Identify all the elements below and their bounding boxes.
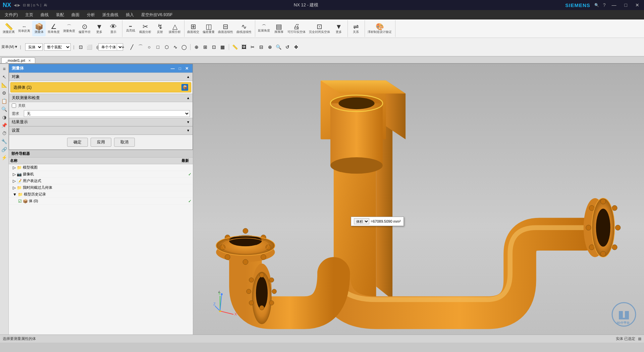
closed-body-btn[interactable]: ⊡ 完全封闭实空体 [308,21,331,36]
sidebar-icon-display[interactable]: ◑ [1,114,8,121]
sidebar-icon-settings[interactable]: ⚙ [1,89,8,97]
model-tab[interactable]: _model1.prt ✕ [1,57,35,63]
nav-item-4[interactable]: ▼ 📁 模型历史记录 [9,191,193,198]
measure-body-btn[interactable]: 📦 测量体 [32,21,46,36]
object-section-toggle[interactable]: ▲ [186,75,190,79]
offset-radius-btn[interactable]: ⊙ 偏置半径 [77,21,92,36]
face-compare-btn[interactable]: ⊞ 曲面相交 [186,21,201,36]
reflect-btn[interactable]: ↯ 反射 [153,21,167,36]
rect-btn[interactable]: □ [154,43,162,51]
search-icon[interactable]: 🔍 [594,3,599,7]
pan-btn[interactable]: ✥ [292,43,300,51]
dialog-close-btn[interactable]: ✕ [184,66,190,71]
view-icon-1[interactable]: ⊡ [77,43,85,51]
constraint-btn[interactable]: ⊡ [210,43,218,51]
sidebar-icon-bolt[interactable]: ⚡ [1,154,8,161]
sidebar-icon-pin[interactable]: 📌 [1,122,8,129]
dialog-minimize-btn[interactable]: — [169,66,176,71]
menu-file[interactable]: 文件(F) [1,11,21,19]
results-section-header[interactable]: 结果显示 ▼ [9,118,193,126]
simple-angle-btn[interactable]: ∠ 简单角度 [46,21,61,36]
snap-btn[interactable]: ⊕ [193,43,200,51]
material-btn[interactable]: 🎨 澤材制造设计验证 [366,21,393,36]
viewport[interactable]: X Y Z Z 体积 面积 质量 =67089.5090 [193,64,644,335]
face-continuity-btn[interactable]: ⊟ 曲面连续性 [217,21,234,36]
print-solid-btn[interactable]: 🖨 可打印实空体 [286,21,307,36]
results-section-toggle[interactable]: ▼ [186,120,190,124]
sidebar-icon-tool[interactable]: 🔧 [1,138,8,145]
simple-distance-btn[interactable]: ↔ 简单距离 [17,21,32,36]
render-btn[interactable]: 🖼 [240,43,248,51]
section-analysis-btn[interactable]: ✂ 截面分析 [138,21,153,36]
minimize-button[interactable]: — [610,2,619,8]
more-mfg-btn[interactable]: ▼ 更多 [332,21,345,36]
thickness-btn[interactable]: ▤ 厚厚厚 [272,21,285,36]
arc-btn[interactable]: ⌒ [137,43,144,51]
window-help[interactable]: ? [603,2,606,8]
nav-item-5[interactable]: ☑ 📦 体 (0) ✓ [9,198,193,205]
menu-assembly[interactable]: 装配 [53,11,67,19]
model-type-select[interactable]: 实体 曲面 [25,43,43,51]
spline-btn[interactable]: ∿ [172,43,179,51]
nav-item-3[interactable]: ▷ 📁 我时间截过几何体 [9,184,193,191]
section-btn[interactable]: ⊟ [258,43,265,51]
sidebar-icon-menu[interactable]: ≡ [1,65,8,73]
menu-derived-curve[interactable]: 派生曲线 [99,11,122,19]
measure-angle-btn[interactable]: ⌒ 测量角度 [62,21,76,36]
relation-btn[interactable]: ⇌ 关系 [349,21,363,36]
object-section-header[interactable]: 对象 ▲ [9,73,193,81]
settings-section-toggle[interactable]: ▼ [186,129,190,132]
require-select[interactable]: 无 无 [24,110,190,117]
poly-btn[interactable]: ⬡ [163,43,170,51]
ellipse-btn[interactable]: ◯ [180,43,188,51]
object-selector-row[interactable]: 选择体 (1) 📦 [10,82,191,92]
volume-type-select[interactable]: 体积 面积 质量 [354,218,369,224]
maximize-button[interactable]: □ [623,2,629,8]
measure-dialog-title-bar[interactable]: 测量体 — □ ✕ [9,64,193,73]
measure-distance-btn[interactable]: 📏 测量距离 [1,21,16,36]
highlight-line-btn[interactable]: ━ 高亮线 [124,21,137,36]
sidebar-icon-link[interactable]: 🔗 [1,146,8,153]
dialog-expand-btn[interactable]: □ [177,66,182,71]
menu-analysis[interactable]: 分析 [84,11,98,19]
draft-analysis-btn[interactable]: △ 拔模分析 [167,21,182,36]
deviation-btn[interactable]: ◫ 偏差量量 [201,21,216,36]
menu-insert[interactable]: 插入 [122,11,137,19]
settings-section-header[interactable]: 设置 ▼ [9,126,193,135]
menu-surface[interactable]: 曲面 [68,11,83,19]
tab-close-btn[interactable]: ✕ [28,59,31,62]
ok-button[interactable]: 确定 [67,138,88,147]
associated-section-toggle[interactable]: ▲ [186,96,190,100]
zoom-btn[interactable]: 🔍 [275,43,282,51]
nav-item-0[interactable]: ▷ 📁 模型视图 [9,164,193,171]
menu-plugin[interactable]: 星空外挂V6.935F [138,11,176,19]
sidebar-icon-time[interactable]: ⏱ [1,130,8,137]
menu-label[interactable]: 菜单(M)▼ [1,44,18,49]
rotate-btn[interactable]: ↺ [284,43,291,51]
point-btn[interactable]: + [119,43,127,51]
menu-curve[interactable]: 曲线 [37,11,52,19]
display-mode-select[interactable]: 整个装配 活动部件 [44,43,71,51]
body-select-icon[interactable]: 📦 [181,84,188,91]
sidebar-icon-clipboard[interactable]: 📋 [1,97,8,105]
toolbar-undo[interactable]: ◀ ▶ [14,3,20,7]
measure-icon[interactable]: 📏 [231,43,239,51]
clip-btn[interactable]: ✂ [249,43,256,51]
grid-btn[interactable]: ⊞ [202,43,209,51]
cancel-button[interactable]: 取消 [114,138,135,147]
sidebar-icon-measure[interactable]: 📐 [1,81,8,89]
nav-item-1[interactable]: ▷ 📷 摄像机 ✓ [9,171,193,178]
layer-btn[interactable]: ▦ [219,43,226,51]
line-btn[interactable]: ╱ [128,43,136,51]
curve-continuity-btn[interactable]: ∿ 曲线连续性 [235,21,253,36]
sidebar-icon-select[interactable]: ↖ [1,73,8,81]
toolbar-history[interactable]: ⊟ ⊠ | ⧈ ✎ | [23,3,41,7]
display-btn[interactable]: 👁 显示 [107,21,120,36]
nav-item-2[interactable]: ▷ 📝 用户表达式 [9,178,193,184]
sidebar-icon-search[interactable]: 🔍 [1,105,8,113]
view-type-btn[interactable]: 单个个体 [107,43,114,51]
associate-checkbox[interactable] [12,103,16,108]
circle-btn[interactable]: ○ [146,43,153,51]
menu-home[interactable]: 主页 [22,11,37,19]
more-btn[interactable]: ▼ 更多 [93,21,106,36]
